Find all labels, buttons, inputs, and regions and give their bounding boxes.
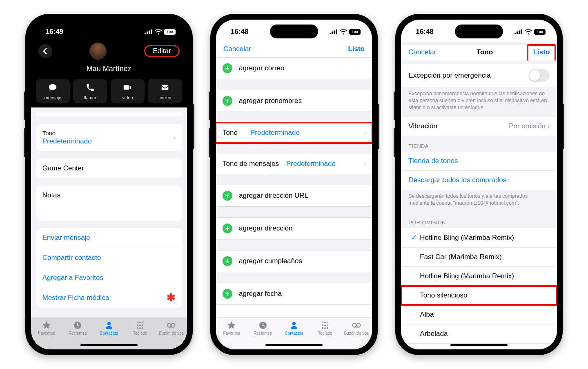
medical-id-label: Mostrar Ficha médica <box>42 294 109 302</box>
svg-rect-38 <box>519 31 520 35</box>
tab-favorites[interactable]: Favoritos <box>219 320 244 335</box>
chevron-right-icon: › <box>173 134 176 142</box>
status-time: 16:48 <box>231 28 248 36</box>
tab-contacts[interactable]: Contactos <box>96 320 122 335</box>
tab-favorites[interactable]: Favoritos <box>34 320 59 335</box>
dynamic-island <box>85 25 133 38</box>
row-share-contact[interactable]: Compartir contacto <box>36 248 182 268</box>
cellular-icon <box>514 29 523 34</box>
row-add-email[interactable]: + agregar correo <box>216 58 372 79</box>
add-date-label: agregar fecha <box>239 290 282 298</box>
row-download-purchased[interactable]: Descargar todos los comprados <box>401 170 557 190</box>
contact-avatar[interactable] <box>89 42 107 60</box>
svg-rect-37 <box>517 31 518 34</box>
action-message[interactable]: mensaje <box>36 79 70 103</box>
tone-label: Arbolada <box>420 330 550 338</box>
row-vibration[interactable]: Vibración Por omisión › <box>401 117 557 136</box>
phone-frame-1: 16:49 100 Editar Mau Martínez <box>25 14 193 355</box>
tab-contacts-label: Contactos <box>96 331 122 335</box>
text-tone-label: Tono de mensajes <box>223 160 280 168</box>
svg-point-5 <box>107 322 110 325</box>
svg-point-25 <box>324 322 326 323</box>
svg-point-13 <box>139 327 141 329</box>
home-indicator[interactable] <box>265 344 323 346</box>
download-purchased-label: Descargar todos los comprados <box>408 176 506 184</box>
battery-icon: 100 <box>164 29 176 35</box>
done-button[interactable]: Listo <box>348 45 365 53</box>
tab-voicemail[interactable]: Buzón de voz <box>344 320 369 335</box>
row-gamecenter[interactable]: Game Center <box>36 159 182 178</box>
row-ringtone[interactable]: Tono Predeterminado › <box>216 123 372 143</box>
cellular-icon <box>145 29 153 34</box>
svg-point-27 <box>322 324 323 326</box>
tab-keypad[interactable]: Teclado <box>127 320 153 335</box>
row-add-date[interactable]: + agregar fecha <box>216 283 372 304</box>
tone-option-silent[interactable]: Tono silencioso <box>401 286 557 305</box>
svg-point-31 <box>324 327 326 329</box>
plus-icon: + <box>223 63 232 73</box>
tab-keypad[interactable]: Teclado <box>312 320 338 335</box>
send-message-label: Enviar mensaje <box>42 234 90 242</box>
row-notes[interactable]: Notas <box>36 186 182 205</box>
tone-label: Fast Car (Marimba Remix) <box>420 253 550 261</box>
phone-frame-3: 16:48 100 Cancelar Tono Listo Excepción … <box>395 14 563 355</box>
add-pronouns-label: agregar pronombres <box>239 97 302 105</box>
action-call[interactable]: llamar <box>73 79 107 103</box>
tab-recents[interactable]: Recientes <box>65 320 90 335</box>
screen-2: 16:48 100 Cancelar Listo + agregar corre… <box>216 20 372 349</box>
tone-option-2[interactable]: Hotline Bling (Marimba Remix) <box>401 266 557 286</box>
svg-point-28 <box>324 324 326 326</box>
home-indicator[interactable] <box>450 344 508 346</box>
action-video[interactable]: video <box>111 79 145 103</box>
tone-option-4[interactable]: Alba <box>401 305 557 324</box>
svg-point-6 <box>137 322 138 323</box>
svg-point-16 <box>172 324 175 327</box>
action-mail-label: correo <box>148 95 182 100</box>
cancel-button[interactable]: Cancelar <box>223 45 251 53</box>
store-footer: Se descargarán todos los tonos y alertas… <box>401 190 557 212</box>
row-add-pronouns[interactable]: + agregar pronombres <box>216 90 372 112</box>
row-tone-store[interactable]: Tienda de tonos <box>401 152 557 170</box>
action-message-label: mensaje <box>36 95 70 100</box>
asterisk-icon: ✱ <box>167 295 176 301</box>
row-text-tone[interactable]: Tono de mensajes Predeterminado › <box>216 154 372 174</box>
row-emergency-bypass[interactable]: Excepción por emergencia <box>401 64 557 87</box>
wifi-icon <box>155 29 162 35</box>
cancel-button[interactable]: Cancelar <box>408 48 436 56</box>
battery-icon: 100 <box>534 29 546 35</box>
row-medical-id[interactable]: Mostrar Ficha médica ✱ <box>36 288 182 308</box>
row-add-birthday[interactable]: + agregar cumpleaños <box>216 250 372 272</box>
emergency-toggle[interactable] <box>528 69 550 82</box>
contact-body: Tono Predeterminado › Game Center Notas … <box>31 107 187 318</box>
status-time: 16:48 <box>416 28 433 36</box>
row-add-address[interactable]: + agregar dirección <box>216 218 372 239</box>
back-button[interactable] <box>38 44 52 58</box>
svg-point-11 <box>142 324 143 326</box>
plus-icon: + <box>223 96 232 106</box>
wifi-icon <box>525 29 532 35</box>
tab-recents[interactable]: Recientes <box>250 320 276 335</box>
dynamic-island <box>455 25 503 38</box>
tab-voicemail-label: Buzón de voz <box>158 331 184 335</box>
done-button[interactable]: Listo <box>533 48 550 56</box>
screen-3: 16:48 100 Cancelar Tono Listo Excepción … <box>401 20 557 349</box>
tone-option-5[interactable]: Arbolada <box>401 324 557 343</box>
row-ringtone[interactable]: Tono Predeterminado › <box>36 124 182 151</box>
tab-voicemail[interactable]: Buzón de voz <box>158 320 184 335</box>
contact-name: Mau Martínez <box>36 65 182 73</box>
ringtone-label: Tono <box>223 129 244 137</box>
home-indicator[interactable] <box>80 344 138 346</box>
add-url-label: agregar dirección URL <box>239 192 308 200</box>
svg-rect-39 <box>521 29 522 34</box>
chevron-right-icon: › <box>548 122 550 130</box>
edit-button[interactable]: Editar <box>149 45 175 56</box>
row-add-url[interactable]: + agregar dirección URL <box>216 185 372 206</box>
svg-point-34 <box>356 324 360 327</box>
tone-option-1[interactable]: Fast Car (Marimba Remix) <box>401 247 557 266</box>
tone-option-0[interactable]: ✓ Hotline Bling (Marimba Remix) <box>401 228 557 247</box>
action-mail[interactable]: correo <box>148 79 182 103</box>
row-add-favorite[interactable]: Agregar a Favoritos <box>36 268 182 288</box>
emergency-label: Excepción por emergencia <box>408 72 490 80</box>
row-send-message[interactable]: Enviar mensaje <box>36 228 182 248</box>
tab-contacts[interactable]: Contactos <box>281 320 307 335</box>
